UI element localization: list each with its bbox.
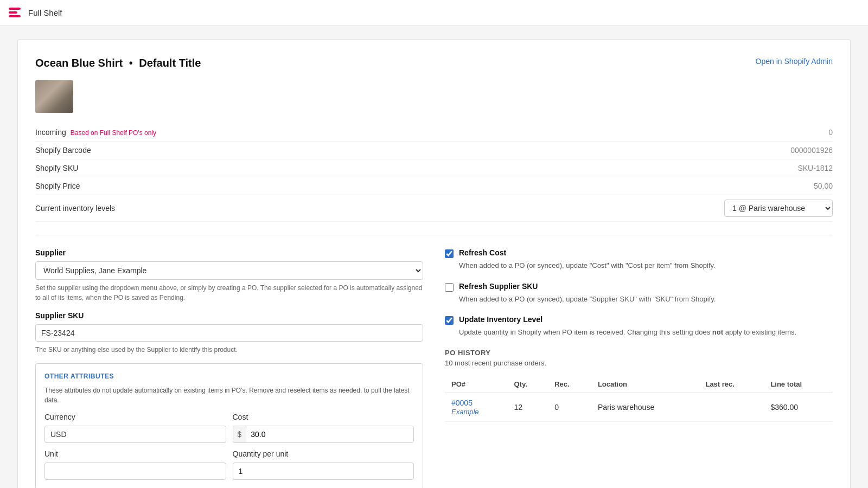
po-history-sub: 10 most recent purchase orders. [445,359,833,367]
table-row: #0005 Example 12 0 Paris warehouse $360.… [445,393,833,421]
po-history: PO HISTORY 10 most recent purchase order… [445,349,833,422]
supplier-label: Supplier [35,248,423,257]
product-image-inner [35,80,73,113]
update-inventory-label[interactable]: Update Inventory Level [459,315,542,324]
col-qty: Qty. [507,376,548,393]
supplier-select[interactable]: World Supplies, Jane Example [35,261,423,280]
price-label: Shopify Price [35,182,80,190]
product-image [35,80,73,113]
line-total-cell: $360.00 [764,393,833,421]
main-wrapper: Ocean Blue Shirt • Default Title Open in… [0,26,868,488]
product-title: Ocean Blue Shirt • Default Title [35,57,201,69]
inventory-row: Current inventory levels 1 @ Paris wareh… [35,195,833,222]
unit-group: Unit [44,450,226,480]
update-inventory-group: Update Inventory Level Update quantity i… [445,315,833,338]
incoming-label: Incoming [35,128,66,137]
other-attributes-box: OTHER ATTRIBUTES These attributes do not… [35,363,423,488]
refresh-cost-label[interactable]: Refresh Cost [459,248,506,257]
cost-prefix: $ [233,426,247,442]
cost-label: Cost [233,413,414,421]
col-location: Location [591,376,699,393]
shopify-sku-label: Shopify SKU [35,164,78,172]
currency-label: Currency [44,413,226,421]
last-rec-cell [699,393,764,421]
currency-group: Currency [44,413,226,443]
attrs-grid: Currency Cost $ Unit [44,413,414,480]
inventory-select[interactable]: 1 @ Paris warehouse [724,200,833,217]
col-right: Refresh Cost When added to a PO (or sync… [445,248,833,488]
incoming-row: Incoming Based on Full Shelf PO's only 0 [35,124,833,142]
rec-cell: 0 [548,393,591,421]
barcode-value: 0000001926 [790,146,833,155]
inventory-label: Current inventory levels [35,204,115,213]
po-example: Example [451,408,479,416]
supplier-sku-group: Supplier SKU The SKU or anything else us… [35,311,423,355]
nav-title: Full Shelf [28,8,62,17]
refresh-cost-group: Refresh Cost When added to a PO (or sync… [445,248,833,271]
other-attrs-title: OTHER ATTRIBUTES [44,373,414,380]
qty-per-unit-group: Quantity per unit [233,450,414,480]
supplier-sku-help: The SKU or anything else used by the Sup… [35,345,423,355]
shopify-admin-link[interactable]: Open in Shopify Admin [756,57,833,66]
refresh-sku-label[interactable]: Refresh Supplier SKU [459,282,538,291]
col-rec: Rec. [548,376,591,393]
sku-row: Shopify SKU SKU-1812 [35,159,833,177]
barcode-row: Shopify Barcode 0000001926 [35,142,833,159]
po-history-title: PO HISTORY [445,349,833,357]
top-nav: Full Shelf [0,0,868,26]
update-inventory-desc: Update quantity in Shopify when PO item … [459,327,833,338]
qty-per-unit-input[interactable] [233,463,414,480]
logo-icon [9,8,24,18]
refresh-sku-desc: When added to a PO (or synced), update "… [459,294,833,305]
supplier-help: Set the supplier using the dropdown menu… [35,283,423,303]
price-row: Shopify Price 50.00 [35,177,833,195]
refresh-sku-row: Refresh Supplier SKU [445,282,833,292]
refresh-sku-checkbox[interactable] [445,283,454,292]
col-po-num: PO# [445,376,507,393]
refresh-cost-checkbox[interactable] [445,249,454,258]
update-inventory-row: Update Inventory Level [445,315,833,325]
product-title-group: Ocean Blue Shirt • Default Title [35,57,201,69]
refresh-cost-row: Refresh Cost [445,248,833,258]
refresh-cost-desc: When added to a PO (or synced), update "… [459,260,833,271]
po-number-cell: #0005 Example [445,393,507,421]
qty-cell: 12 [507,393,548,421]
unit-label: Unit [44,450,226,458]
supplier-sku-input[interactable] [35,324,423,342]
refresh-sku-group: Refresh Supplier SKU When added to a PO … [445,282,833,305]
location-cell: Paris warehouse [591,393,699,421]
col-last-rec: Last rec. [699,376,764,393]
cost-input-group: $ [233,426,414,443]
incoming-value: 0 [828,128,833,137]
barcode-label: Shopify Barcode [35,146,91,155]
product-header: Ocean Blue Shirt • Default Title Open in… [35,57,833,69]
incoming-sub: Based on Full Shelf PO's only [71,129,156,137]
unit-input[interactable] [44,463,226,480]
supplier-sku-label: Supplier SKU [35,311,423,320]
po-table: PO# Qty. Rec. Location Last rec. Line to… [445,376,833,422]
update-inventory-checkbox[interactable] [445,316,454,325]
content-card: Ocean Blue Shirt • Default Title Open in… [17,39,851,488]
currency-input[interactable] [44,426,226,443]
cost-input[interactable] [246,426,413,442]
col-left: Supplier World Supplies, Jane Example Se… [35,248,423,488]
section-divider [35,235,833,235]
two-col-layout: Supplier World Supplies, Jane Example Se… [35,248,833,488]
col-line-total: Line total [764,376,833,393]
other-attrs-help: These attributes do not update automatic… [44,386,414,405]
qty-per-unit-label: Quantity per unit [233,450,414,458]
po-link[interactable]: #0005 [451,399,501,407]
shopify-sku-value: SKU-1812 [797,164,833,172]
cost-group: Cost $ [233,413,414,443]
supplier-group: Supplier World Supplies, Jane Example Se… [35,248,423,303]
price-value: 50.00 [814,182,833,190]
